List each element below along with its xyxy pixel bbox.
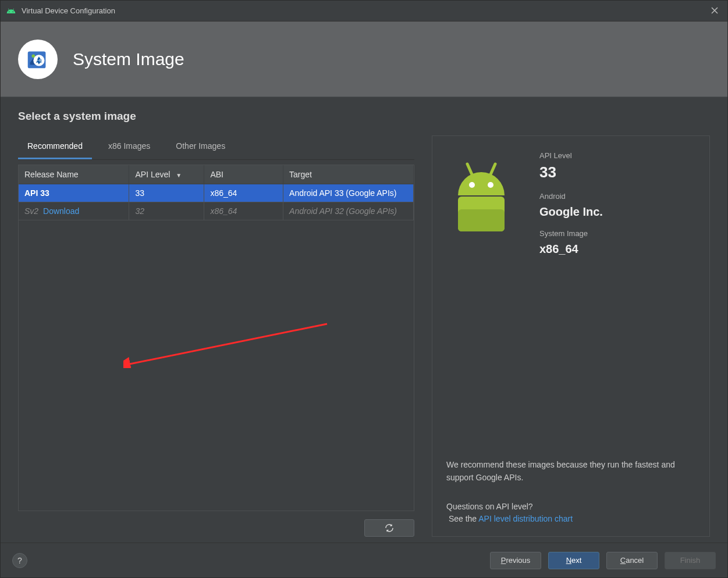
api-link-line: See the API level distribution chart xyxy=(446,513,695,526)
refresh-button[interactable] xyxy=(364,519,414,537)
tab-bar: Recommended x86 Images Other Images xyxy=(18,135,414,160)
system-image-value: x86_64 xyxy=(539,242,603,256)
table-header-row: Release Name API Level ▼ ABI Target xyxy=(19,165,414,184)
api-level-label: API Level xyxy=(539,151,603,160)
main-columns: Recommended x86 Images Other Images Rele… xyxy=(18,135,710,537)
svg-text:AI: AI xyxy=(36,57,42,63)
tab-other-images[interactable]: Other Images xyxy=(166,135,235,159)
api-level-value: 33 xyxy=(539,163,603,181)
detail-key-values: API Level 33 Android Google Inc. System … xyxy=(539,149,603,266)
previous-suffix: revious xyxy=(506,556,530,565)
help-button[interactable]: ? xyxy=(12,553,27,568)
finish-label: Finish xyxy=(680,556,701,565)
cell-api: 32 xyxy=(129,202,204,220)
col-api-level-label: API Level xyxy=(135,170,170,179)
sort-desc-icon: ▼ xyxy=(176,172,182,179)
header-system-image-icon: AI xyxy=(18,40,58,79)
next-button[interactable]: Next xyxy=(548,552,599,569)
detail-bottom: We recommend these images because they r… xyxy=(446,459,695,526)
cell-release: API 33 xyxy=(19,184,129,202)
finish-button: Finish xyxy=(665,552,716,569)
window-title: Virtual Device Configuration xyxy=(22,6,115,15)
svg-line-7 xyxy=(491,164,495,174)
svg-point-11 xyxy=(488,182,493,188)
page-title: System Image xyxy=(73,49,184,69)
android-label: Android xyxy=(539,192,603,201)
cell-abi: x86_64 xyxy=(204,184,283,202)
detail-panel: API Level 33 Android Google Inc. System … xyxy=(432,135,710,537)
cell-target: Android API 33 (Google APIs) xyxy=(283,184,414,202)
footer-buttons: Previous Next Cancel Finish xyxy=(490,552,716,569)
cell-release: Sv2 Download xyxy=(19,202,129,220)
right-column: API Level 33 Android Google Inc. System … xyxy=(432,135,710,537)
section-title: Select a system image xyxy=(18,110,710,123)
cancel-button[interactable]: Cancel xyxy=(606,552,658,569)
android-app-icon xyxy=(6,6,16,16)
col-release-name[interactable]: Release Name xyxy=(19,165,129,184)
link-prefix: See the xyxy=(449,514,478,523)
tab-x86-images[interactable]: x86 Images xyxy=(99,135,159,159)
table-row[interactable]: API 33 33 x86_64 Android API 33 (Google … xyxy=(19,184,414,202)
help-icon: ? xyxy=(17,556,22,565)
svg-line-6 xyxy=(467,164,472,174)
system-image-label: System Image xyxy=(539,229,603,238)
close-icon[interactable] xyxy=(708,3,722,19)
header-band: AI System Image xyxy=(1,22,727,97)
cancel-suffix: ancel xyxy=(626,556,644,565)
api-question-text: Questions on API level? xyxy=(446,501,695,513)
footer-bar: ? Previous Next Cancel Finish xyxy=(1,543,727,577)
release-label: Sv2 xyxy=(24,206,38,216)
svg-rect-9 xyxy=(458,209,505,231)
cell-abi: x86_64 xyxy=(204,202,283,220)
svg-point-10 xyxy=(469,182,475,188)
dialog-window: Virtual Device Configuration AI System I… xyxy=(0,0,728,578)
previous-button[interactable]: Previous xyxy=(490,552,541,569)
cell-api: 33 xyxy=(129,184,204,202)
next-suffix: ext xyxy=(571,556,581,565)
tab-recommended[interactable]: Recommended xyxy=(18,135,92,159)
refresh-icon xyxy=(384,523,395,533)
detail-top: API Level 33 Android Google Inc. System … xyxy=(446,149,695,266)
svg-line-5 xyxy=(127,324,327,365)
android-robot-icon xyxy=(446,149,522,244)
col-api-level[interactable]: API Level ▼ xyxy=(129,165,204,184)
body-area: Select a system image Recommended x86 Im… xyxy=(1,97,727,543)
refresh-row xyxy=(18,511,414,537)
recommendation-text: We recommend these images because they r… xyxy=(446,459,695,484)
table-row[interactable]: Sv2 Download 32 x86_64 Android API 32 (G… xyxy=(19,202,414,220)
col-target[interactable]: Target xyxy=(283,165,414,184)
vendor-value: Google Inc. xyxy=(539,205,603,219)
titlebar: Virtual Device Configuration xyxy=(1,1,727,22)
cell-target: Android API 32 (Google APIs) xyxy=(283,202,414,220)
api-distribution-link[interactable]: API level distribution chart xyxy=(478,514,573,523)
left-column: Recommended x86 Images Other Images Rele… xyxy=(18,135,414,537)
system-image-table: Release Name API Level ▼ ABI Target xyxy=(18,165,414,511)
annotation-arrow xyxy=(123,322,333,368)
download-link[interactable]: Download xyxy=(43,206,79,216)
col-abi[interactable]: ABI xyxy=(204,165,283,184)
